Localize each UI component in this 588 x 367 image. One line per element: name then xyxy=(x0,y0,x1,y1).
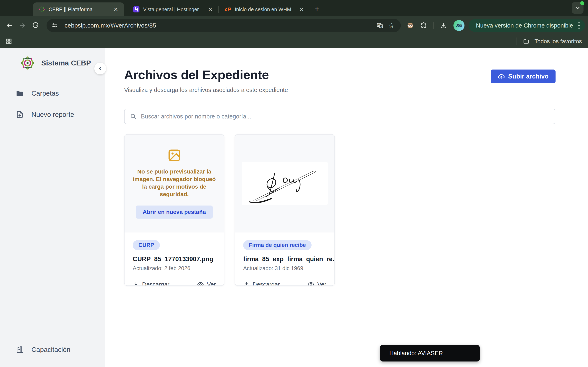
tab-hostinger[interactable]: Vista general | Hostinger ✕ xyxy=(128,2,218,16)
tab-title: Inicio de sesión en WHM xyxy=(235,7,294,12)
sidebar-item-nuevo-reporte[interactable]: Nuevo reporte xyxy=(0,108,105,121)
bookmark-star-icon[interactable]: ☆ xyxy=(386,20,397,31)
brand-name: Sistema CEBP xyxy=(41,59,91,67)
tab-whm[interactable]: cP Inicio de sesión en WHM ✕ xyxy=(219,2,310,16)
folder-icon xyxy=(16,89,24,98)
view-action[interactable]: Ver xyxy=(307,281,326,286)
signature-image[interactable] xyxy=(242,162,328,205)
bookmarks-bar: Todos los favoritos xyxy=(0,35,588,48)
open-new-tab-button[interactable]: Abrir en nueva pestaña xyxy=(136,206,213,218)
all-bookmarks-label: Todos los favoritos xyxy=(535,38,582,45)
new-tab-button[interactable]: + xyxy=(315,4,319,13)
file-card-firma: Firma de quien recibe firma_85_exp_firma… xyxy=(234,134,335,286)
all-bookmarks[interactable]: Todos los favoritos xyxy=(517,38,582,45)
menu-kebab-icon[interactable] xyxy=(578,21,580,30)
bookmarks-folder-icon xyxy=(523,38,530,45)
tab-title: CEBP || Plataforma xyxy=(49,7,109,12)
category-badge: Firma de quien recibe xyxy=(243,240,311,250)
extension-face-icon[interactable] xyxy=(405,20,416,31)
sidebar-item-label: Capacitación xyxy=(31,346,70,354)
download-action[interactable]: Descargar xyxy=(133,281,169,286)
download-icon xyxy=(133,281,139,286)
door-open-icon xyxy=(16,345,24,354)
cebp-rosette-icon xyxy=(39,6,45,12)
browser-toolbar: cebpslp.com.mx/#/verArchivos/85 G文 ☆ J55… xyxy=(0,16,588,35)
tab-close-icon[interactable]: ✕ xyxy=(298,6,305,13)
tab-cebp[interactable]: CEBP || Plataforma ✕ xyxy=(33,2,124,16)
url-text[interactable]: cebpslp.com.mx/#/verArchivos/85 xyxy=(65,22,374,29)
file-cards: No se pudo previsualizar la imagen. El n… xyxy=(124,134,335,286)
file-plus-icon xyxy=(16,110,24,119)
search-bar[interactable] xyxy=(124,109,555,124)
reload-button[interactable] xyxy=(29,19,42,32)
extensions-puzzle-icon[interactable] xyxy=(418,20,430,31)
card-preview-blocked: No se pudo previsualizar la imagen. El n… xyxy=(125,134,224,233)
file-updated: Actualizado: 2 feb 2026 xyxy=(133,265,216,272)
download-icon xyxy=(243,281,250,286)
toast-text: Hablando: AVIASER xyxy=(389,350,443,357)
search-input[interactable] xyxy=(141,113,550,120)
apps-grid-icon[interactable] xyxy=(5,38,12,45)
downloads-icon[interactable] xyxy=(438,20,449,31)
card-body: CURP CURP_85_1770133907.png Actualizado:… xyxy=(125,233,224,286)
download-action[interactable]: Descargar xyxy=(243,281,280,286)
hostinger-icon xyxy=(133,6,139,12)
update-notification-dot xyxy=(580,1,584,5)
profile-avatar[interactable]: J55 xyxy=(453,20,465,31)
file-name: CURP_85_1770133907.png xyxy=(133,256,216,263)
toolbar-extensions-area: J55 xyxy=(405,20,467,31)
sidebar: Sistema CEBP ‹ Carpetas Nuevo reporte Ca… xyxy=(0,48,105,367)
sidebar-footer: Capacitación xyxy=(0,332,105,367)
sidebar-item-carpetas[interactable]: Carpetas xyxy=(0,87,105,100)
eye-icon xyxy=(197,281,204,286)
cloud-upload-icon xyxy=(498,73,505,80)
cpanel-icon: cP xyxy=(225,6,231,13)
broken-image-icon xyxy=(167,148,182,163)
download-label: Descargar xyxy=(252,281,280,286)
sidebar-item-label: Nuevo reporte xyxy=(31,111,74,118)
tab-strip: CEBP || Plataforma ✕ Vista general | Hos… xyxy=(0,0,588,16)
tab-title: Vista general | Hostinger xyxy=(143,7,203,12)
tab-close-icon[interactable]: ✕ xyxy=(207,6,214,13)
search-icon xyxy=(130,113,137,120)
page-subtitle: Visualiza y descarga los archivos asocia… xyxy=(124,87,288,93)
category-badge: CURP xyxy=(133,240,160,250)
sidebar-header: Sistema CEBP xyxy=(0,48,105,78)
chrome-update-button[interactable]: Nueva versión de Chrome disponible xyxy=(468,19,585,32)
page-content: Sistema CEBP ‹ Carpetas Nuevo reporte Ca… xyxy=(0,48,588,367)
sidebar-item-capacitacion[interactable]: Capacitación xyxy=(0,343,70,356)
view-label: Ver xyxy=(207,281,216,286)
site-settings-icon[interactable] xyxy=(49,20,60,31)
tab-close-icon[interactable]: ✕ xyxy=(112,6,120,13)
main-area: Archivos del Expediente Visualiza y desc… xyxy=(105,48,588,367)
view-label: Ver xyxy=(317,281,326,286)
tab-search-button[interactable] xyxy=(572,2,584,14)
toolbar-separator xyxy=(433,22,434,29)
eye-icon xyxy=(307,281,314,286)
svg-text:文: 文 xyxy=(380,25,383,28)
chrome-update-label: Nueva versión de Chrome disponible xyxy=(476,22,573,29)
view-action[interactable]: Ver xyxy=(197,281,216,286)
file-updated: Actualizado: 31 dic 1969 xyxy=(243,265,326,272)
sidebar-item-label: Carpetas xyxy=(31,90,59,97)
translate-icon[interactable]: G文 xyxy=(374,20,386,31)
upload-file-label: Subir archivo xyxy=(508,73,549,80)
card-body: Firma de quien recibe firma_85_exp_firma… xyxy=(235,233,334,286)
address-bar[interactable]: cebpslp.com.mx/#/verArchivos/85 G文 ☆ xyxy=(47,19,401,32)
back-button[interactable] xyxy=(3,19,16,32)
page-title: Archivos del Expediente xyxy=(124,67,269,82)
file-name: firma_85_exp_firma_quien_re... xyxy=(243,256,326,263)
bookmarks-separator xyxy=(517,38,517,45)
card-footer: Descargar Ver xyxy=(133,281,216,286)
download-label: Descargar xyxy=(142,281,169,286)
preview-error-text: No se pudo previsualizar la imagen. El n… xyxy=(130,168,218,198)
speaking-toast: Hablando: AVIASER xyxy=(380,345,480,361)
file-card-curp: No se pudo previsualizar la imagen. El n… xyxy=(124,134,224,286)
card-footer: Descargar Ver xyxy=(243,281,326,286)
sidebar-collapse-button[interactable]: ‹ xyxy=(94,63,106,75)
cebp-logo xyxy=(21,56,34,70)
upload-file-button[interactable]: Subir archivo xyxy=(491,69,555,83)
card-preview-signature xyxy=(235,134,334,233)
forward-button[interactable] xyxy=(16,19,29,32)
